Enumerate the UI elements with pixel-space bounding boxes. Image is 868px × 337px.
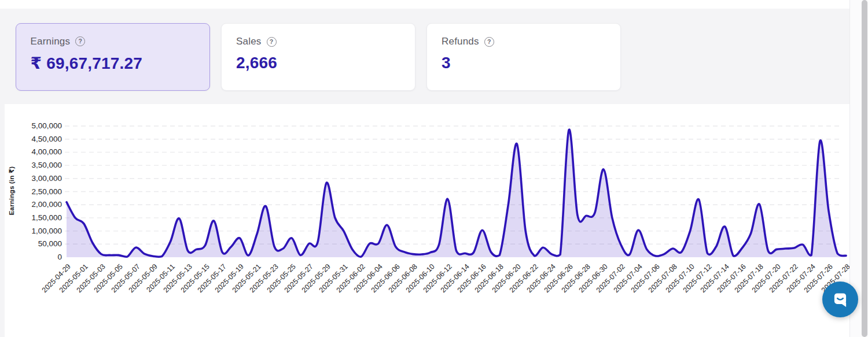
scrollbar-thumb[interactable] [862, 0, 867, 337]
stat-card-header: Earnings ? [31, 36, 196, 47]
help-icon[interactable]: ? [484, 37, 494, 47]
stat-card-value: ₹ 69,67,717.27 [31, 54, 196, 73]
y-axis-tick-label: 1,00,000 [5, 227, 62, 235]
stat-card-value: 2,666 [236, 54, 400, 72]
y-axis-tick-label: 3,50,000 [5, 161, 62, 169]
y-axis-tick-label: 4,50,000 [5, 135, 62, 143]
top-bar [0, 0, 849, 9]
earnings-area-chart [5, 104, 849, 260]
stat-card-label: Earnings [31, 36, 71, 47]
y-axis-tick-label: 3,00,000 [5, 174, 62, 183]
y-axis-tick-label: 0 [5, 253, 62, 261]
stat-card-sales[interactable]: Sales ? 2,666 [221, 23, 415, 91]
chat-launcher-button[interactable] [822, 282, 858, 317]
stat-card-earnings[interactable]: Earnings ? ₹ 69,67,717.27 [16, 23, 210, 91]
stat-card-header: Sales ? [236, 36, 400, 47]
stat-card-label: Refunds [442, 36, 479, 47]
stat-card-refunds[interactable]: Refunds ? 3 [426, 23, 621, 91]
earnings-series-line [67, 129, 846, 257]
stat-card-header: Refunds ? [442, 36, 606, 47]
stat-card-value: 3 [442, 54, 606, 72]
help-icon[interactable]: ? [75, 36, 85, 46]
stat-card-label: Sales [236, 36, 262, 47]
y-axis-tick-label: 2,50,000 [5, 187, 62, 196]
y-axis-tick-label: 4,00,000 [5, 147, 62, 156]
help-icon[interactable]: ? [267, 37, 277, 47]
stats-row: Earnings ? ₹ 69,67,717.27 Sales ? 2,666 … [16, 23, 621, 91]
y-axis-tick-label: 1,50,000 [5, 213, 62, 222]
y-axis-tick-label: 5,00,000 [5, 121, 62, 130]
y-axis-tick-label: 50,000 [5, 239, 62, 248]
chat-bubble-icon [830, 290, 850, 309]
earnings-chart-panel: Earnings (in ₹) 050,0001,00,0001,50,0002… [5, 104, 849, 337]
y-axis-tick-label: 2,00,000 [5, 200, 62, 209]
